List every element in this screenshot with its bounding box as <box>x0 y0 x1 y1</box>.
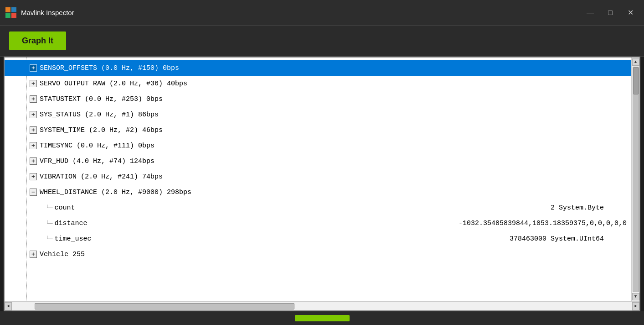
list-item[interactable]: + STATUSTEXT (0.0 Hz, #253) 0bps <box>5 91 631 107</box>
tree-scroll-area[interactable]: + SENSOR_OFFSETS (0.0 Hz, #150) 0bps + S… <box>5 58 631 301</box>
item-label: distance <box>55 220 88 227</box>
svg-rect-0 <box>5 7 10 12</box>
title-bar-left: Mavlink Inspector <box>5 7 74 18</box>
maximize-button[interactable]: □ <box>602 6 618 20</box>
item-label: count <box>55 204 75 212</box>
tree-connector: └─ <box>46 204 53 211</box>
window-title: Mavlink Inspector <box>21 9 74 16</box>
tree-content: + SENSOR_OFFSETS (0.0 Hz, #150) 0bps + S… <box>5 58 631 265</box>
list-item[interactable]: − WHEEL_DISTANCE (2.0 Hz, #9000) 298bps <box>5 184 631 200</box>
toolbar: Graph It <box>0 26 644 57</box>
app-icon <box>5 7 16 18</box>
list-item[interactable]: + SYS_STATUS (2.0 Hz, #1) 86bps <box>5 107 631 122</box>
item-label: time_usec <box>55 235 92 243</box>
list-item[interactable]: + SYSTEM_TIME (2.0 Hz, #2) 46bps <box>5 122 631 138</box>
svg-rect-3 <box>11 13 16 18</box>
expand-icon[interactable]: + <box>30 64 37 72</box>
item-value: 378463000 System.UInt64 <box>510 235 631 243</box>
tree-connector: └─ <box>46 236 53 242</box>
list-item[interactable]: + Vehicle 255 <box>5 246 631 262</box>
item-value: 2 System.Byte <box>551 204 631 212</box>
item-label: TIMESYNC (0.0 Hz, #111) 0bps <box>40 142 155 150</box>
expand-icon[interactable]: − <box>30 189 37 196</box>
item-value: -1032.35485839844,1053.18359375,0,0,0,0,… <box>459 220 631 227</box>
status-bar <box>0 311 644 325</box>
graph-it-button[interactable]: Graph It <box>9 31 66 50</box>
item-label: SYS_STATUS (2.0 Hz, #1) 86bps <box>40 111 159 119</box>
expand-icon[interactable]: + <box>30 126 37 134</box>
item-label: VIBRATION (2.0 Hz, #241) 74bps <box>40 173 163 181</box>
item-label: SERVO_OUTPUT_RAW (2.0 Hz, #36) 40bps <box>40 80 187 88</box>
status-indicator <box>295 315 350 321</box>
item-label: VFR_HUD (4.0 Hz, #74) 124bps <box>40 157 155 165</box>
horizontal-scrollbar[interactable]: ◄ ► <box>5 301 639 310</box>
scroll-left-arrow[interactable]: ◄ <box>5 302 12 310</box>
item-label: SENSOR_OFFSETS (0.0 Hz, #150) 0bps <box>40 64 179 72</box>
scroll-down-arrow[interactable]: ▼ <box>632 293 639 300</box>
scroll-thumb-track[interactable] <box>633 67 639 292</box>
list-item[interactable]: + VFR_HUD (4.0 Hz, #74) 124bps <box>5 153 631 169</box>
expand-icon[interactable]: + <box>30 157 37 165</box>
scroll-thumb-handle[interactable] <box>633 67 639 94</box>
expand-icon[interactable]: + <box>30 95 37 103</box>
list-item[interactable]: └─ count 2 System.Byte <box>5 200 631 215</box>
tree-area: + SENSOR_OFFSETS (0.0 Hz, #150) 0bps + S… <box>5 58 639 301</box>
svg-rect-1 <box>11 7 16 12</box>
item-label: STATUSTEXT (0.0 Hz, #253) 0bps <box>40 95 163 103</box>
h-scroll-thumb[interactable] <box>35 303 294 309</box>
expand-icon[interactable]: + <box>30 142 37 149</box>
item-label: SYSTEM_TIME (2.0 Hz, #2) 46bps <box>40 126 163 134</box>
title-bar-controls: — □ ✕ <box>582 6 639 20</box>
h-scroll-track[interactable] <box>12 303 632 310</box>
item-label: WHEEL_DISTANCE (2.0 Hz, #9000) 298bps <box>40 189 191 196</box>
expand-icon[interactable]: + <box>30 80 37 87</box>
list-item[interactable]: └─ distance -1032.35485839844,1053.18359… <box>5 215 631 231</box>
close-button[interactable]: ✕ <box>622 6 639 20</box>
minimize-button[interactable]: — <box>582 6 598 20</box>
list-item[interactable]: + SENSOR_OFFSETS (0.0 Hz, #150) 0bps <box>5 60 631 76</box>
svg-rect-2 <box>5 13 10 18</box>
main-content: + SENSOR_OFFSETS (0.0 Hz, #150) 0bps + S… <box>4 57 640 311</box>
list-item[interactable]: + VIBRATION (2.0 Hz, #241) 74bps <box>5 169 631 184</box>
expand-icon[interactable]: + <box>30 111 37 118</box>
tree-connector: └─ <box>46 220 53 227</box>
list-item[interactable]: + TIMESYNC (0.0 Hz, #111) 0bps <box>5 138 631 153</box>
list-item[interactable]: └─ time_usec 378463000 System.UInt64 <box>5 231 631 246</box>
vertical-scrollbar[interactable]: ▲ ▼ <box>631 58 639 301</box>
expand-icon[interactable]: + <box>30 251 37 258</box>
scroll-up-arrow[interactable]: ▲ <box>632 58 639 66</box>
expand-icon[interactable]: + <box>30 173 37 180</box>
list-item[interactable]: + SERVO_OUTPUT_RAW (2.0 Hz, #36) 40bps <box>5 76 631 91</box>
title-bar: Mavlink Inspector — □ ✕ <box>0 0 644 26</box>
item-label: Vehicle 255 <box>40 251 85 258</box>
scroll-right-arrow[interactable]: ► <box>632 302 639 310</box>
